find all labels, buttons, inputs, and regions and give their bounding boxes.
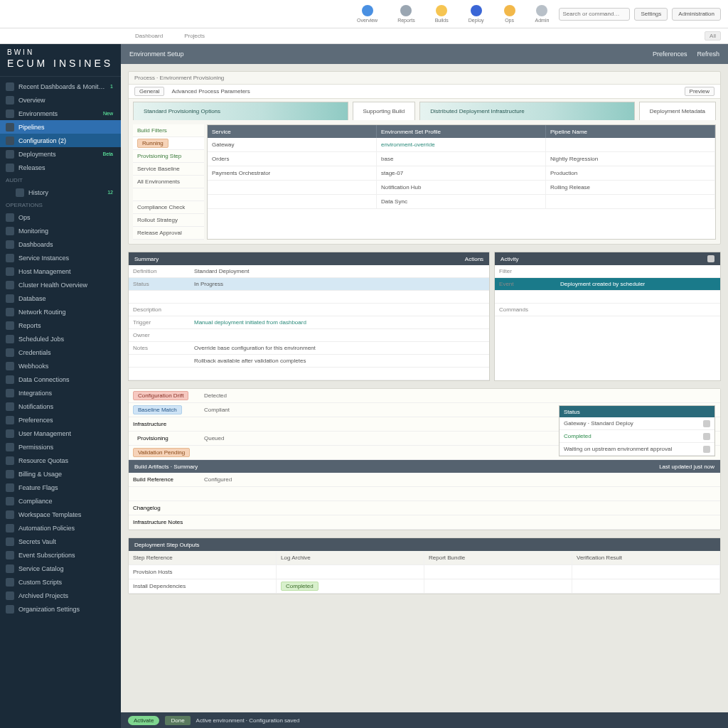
section-action-refresh[interactable]: Refresh — [697, 50, 719, 58]
out-h1[interactable]: Log Archive — [277, 551, 424, 564]
mini-row[interactable]: Gateway · Standard Deploy — [560, 417, 714, 430]
sidebar-item-38[interactable]: Archived Projects — [0, 589, 121, 602]
sidebar-item-31[interactable]: Compliance — [0, 494, 121, 508]
filter-side-baseline[interactable]: Service Baseline — [133, 163, 204, 176]
sidebar-item-25[interactable]: Preferences — [0, 413, 121, 427]
sidebar-item-4[interactable]: Configuration (2) — [0, 134, 121, 147]
detail-chip[interactable]: Configuration Drift — [133, 391, 188, 400]
filter-side-allenv[interactable]: All Environments — [133, 176, 204, 188]
detail-row: Build ReferenceConfigured — [129, 473, 720, 487]
sidebar-item-0[interactable]: Recent Dashboards & Monitoring1 — [0, 80, 121, 93]
filter-side-rollout[interactable]: Rollout Strategy — [133, 214, 204, 227]
sidebar-item-17[interactable]: Network Routing — [0, 305, 121, 318]
sidebar-item-11[interactable]: Monitoring — [0, 224, 121, 237]
table-row[interactable]: Payments Orchestratorstage-07Production — [208, 166, 715, 181]
sidebar-item-32[interactable]: Workspace Templates — [0, 508, 121, 521]
activity-key: Event — [499, 281, 556, 287]
sidebar-item-21[interactable]: Webhooks — [0, 359, 121, 373]
sidebar-item-22[interactable]: Data Connections — [0, 373, 121, 386]
detail-chip[interactable]: Validation Pending — [133, 448, 190, 457]
chip-running[interactable]: Running — [137, 139, 168, 148]
sidebar-item-icon — [6, 96, 14, 105]
sidebar-item-20[interactable]: Credentials — [0, 346, 121, 359]
sidebar-item-28[interactable]: Resource Quotas — [0, 454, 121, 467]
table-row[interactable]: OrdersbaseNightly Regression — [208, 152, 715, 166]
sidebar-item-29[interactable]: Billing & Usage — [0, 467, 121, 481]
toolbar-preview[interactable]: Preview — [685, 87, 714, 96]
detail-chip[interactable]: Provisioning — [133, 434, 173, 442]
panel-activity-title: Activity — [500, 256, 518, 262]
out-h2[interactable]: Report Bundle — [424, 551, 572, 564]
sidebar-item-5[interactable]: DeploymentsBeta — [0, 147, 121, 161]
sidebar-item-label: Integrations — [18, 390, 115, 397]
sidebar-item-26[interactable]: User Management — [0, 427, 121, 440]
footer-done-button[interactable]: Done — [165, 716, 190, 725]
gh-pipeline[interactable]: Pipeline Name — [546, 125, 715, 138]
tab-deploy-metadata[interactable]: Deployment Metadata — [639, 102, 716, 120]
toolbar-general[interactable]: General — [134, 87, 164, 96]
top-icon-reports[interactable]: Reports — [397, 5, 415, 23]
top-icon-builds[interactable]: Builds — [435, 5, 449, 23]
top-icon-admin[interactable]: Admin — [535, 5, 550, 23]
global-search-input[interactable] — [559, 8, 630, 21]
sidebar-item-33[interactable]: Automation Policies — [0, 521, 121, 535]
detail-row: Configuration DriftDetected — [129, 389, 720, 403]
table-row[interactable]: Gatewayenvironment-override — [208, 138, 715, 152]
detail-chip[interactable]: Baseline Match — [133, 405, 182, 414]
section-action-prefs[interactable]: Preferences — [653, 50, 687, 58]
out-h3[interactable]: Verification Result — [572, 551, 720, 564]
sidebar-item-1[interactable]: Overview — [0, 93, 121, 107]
sidebar-item-36[interactable]: Service Catalog — [0, 562, 121, 575]
table-row[interactable]: Notification HubRolling Release — [208, 181, 715, 195]
sidebar-item-27[interactable]: Permissions — [0, 440, 121, 454]
sidebar-item-3[interactable]: Pipelines — [0, 120, 121, 134]
sidebar-item-14[interactable]: Host Management — [0, 264, 121, 278]
panel-activity-menu-icon[interactable] — [707, 255, 714, 262]
tab-supporting-build[interactable]: Supporting Build — [353, 102, 416, 120]
sidebar-item-6[interactable]: Releases — [0, 161, 121, 174]
sidebar-item-icon — [6, 551, 14, 560]
toolbar-advanced[interactable]: Advanced Process Parameters — [171, 88, 250, 95]
sidebar-item-35[interactable]: Event Subscriptions — [0, 548, 121, 562]
sidebar-item-label: Pipelines — [18, 124, 115, 131]
mini-row[interactable]: Completed — [560, 430, 714, 443]
sidebar-item-10[interactable]: Ops — [0, 210, 121, 224]
crumb-badge[interactable]: All — [705, 31, 721, 41]
panel-summary-actions[interactable]: Actions — [465, 256, 483, 262]
sidebar-item-23[interactable]: Integrations — [0, 386, 121, 400]
sidebar-item-18[interactable]: Reports — [0, 318, 121, 332]
tab-distributed-infra[interactable]: Distributed Deployment Infrastructure — [419, 102, 635, 120]
crumb-0[interactable]: Dashboard — [135, 33, 163, 39]
sidebar-item-19[interactable]: Scheduled Jobs — [0, 332, 121, 346]
summary-row: StatusIn Progress — [129, 278, 489, 291]
mini-row[interactable]: Waiting on upstream environment approval — [560, 443, 714, 456]
top-pill-admin[interactable]: Administration — [672, 8, 721, 21]
sidebar-item-37[interactable]: Custom Scripts — [0, 575, 121, 589]
top-icon-overview[interactable]: Overview — [357, 5, 378, 23]
sidebar-item-16[interactable]: Database — [0, 291, 121, 305]
filter-side-approval[interactable]: Release Approval — [133, 227, 204, 240]
gh-envprofile[interactable]: Environment Set Profile — [377, 125, 546, 138]
table-cell: Payments Orchestrator — [208, 166, 377, 180]
out-h0[interactable]: Step Reference — [129, 551, 277, 564]
top-icon-deploy[interactable]: Deploy — [469, 5, 484, 23]
sidebar-item-24[interactable]: Notifications — [0, 400, 121, 413]
crumb-1[interactable]: Projects — [184, 33, 205, 39]
top-icon-ops[interactable]: Ops — [504, 5, 515, 23]
table-row[interactable]: Data Sync — [208, 195, 715, 209]
sidebar-item-39[interactable]: Organization Settings — [0, 602, 121, 616]
sidebar-item-30[interactable]: Feature Flags — [0, 481, 121, 494]
filter-side-compliance[interactable]: Compliance Check — [133, 201, 204, 214]
top-pill-settings[interactable]: Settings — [634, 8, 668, 21]
gh-service[interactable]: Service — [208, 125, 377, 138]
sidebar-item-2[interactable]: EnvironmentsNew — [0, 107, 121, 120]
sidebar-item-12[interactable]: Dashboards — [0, 237, 121, 251]
sidebar-item-13[interactable]: Service Instances — [0, 251, 121, 264]
filter-side-provisioning[interactable]: Provisioning Step — [133, 150, 204, 163]
tab-provisioning-options[interactable]: Standard Provisioning Options — [133, 102, 348, 120]
footer-activate-button[interactable]: Activate — [128, 716, 159, 725]
sidebar-item-34[interactable]: Secrets Vault — [0, 535, 121, 548]
sidebar-item-8[interactable]: History12 — [0, 186, 121, 199]
sidebar-item-15[interactable]: Cluster Health Overview — [0, 278, 121, 291]
sidebar-item-icon — [6, 294, 14, 303]
